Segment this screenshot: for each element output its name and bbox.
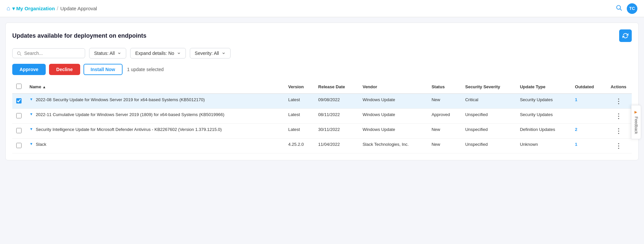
table-container: Name ▲ Version Release Date Vendor Statu… <box>12 80 632 153</box>
page-title: Updates available for deployment on endp… <box>12 32 146 39</box>
feedback-icon: ▲ <box>634 110 639 115</box>
expand-row-icon[interactable]: ▼ <box>29 97 33 101</box>
expand-row-icon[interactable]: ▼ <box>29 142 33 146</box>
col-release-date: Release Date <box>314 80 359 94</box>
row-name: ▼ Slack <box>26 139 284 153</box>
chevron-down-icon-expand <box>177 51 181 55</box>
expand-filter-label: Expand details: No <box>135 51 174 56</box>
search-icon-input <box>17 51 22 56</box>
search-icon[interactable] <box>616 4 622 13</box>
col-outdated: Outdated <box>571 80 605 94</box>
row-severity: Unspecified <box>461 124 516 139</box>
row-actions-dots[interactable]: ⋮ <box>613 127 624 135</box>
col-name: Name ▲ <box>26 80 284 94</box>
breadcrumb-page: Update Approval <box>60 6 97 11</box>
row-update-type: Definition Updates <box>516 124 571 139</box>
row-vendor: Windows Update <box>358 109 427 124</box>
row-outdated[interactable] <box>571 109 605 124</box>
row-checkbox-cell[interactable] <box>12 94 26 109</box>
row-checkbox[interactable] <box>16 143 22 148</box>
org-caret-icon: ▾ <box>12 6 15 12</box>
row-outdated[interactable]: 1 <box>571 94 605 109</box>
row-update-type: Unknown <box>516 139 571 153</box>
svg-line-1 <box>620 9 622 11</box>
row-checkbox[interactable] <box>16 98 22 103</box>
row-release-date: 30/11/2022 <box>314 124 359 139</box>
expand-row-icon[interactable]: ▼ <box>29 112 33 116</box>
search-input[interactable] <box>24 51 77 56</box>
row-checkbox[interactable] <box>16 128 22 133</box>
row-version: 4.25.2.0 <box>284 139 314 153</box>
row-release-date: 11/04/2022 <box>314 139 359 153</box>
row-vendor: Windows Update <box>358 124 427 139</box>
select-all-header[interactable] <box>12 80 26 94</box>
row-outdated[interactable]: 1 <box>571 139 605 153</box>
row-actions-dots[interactable]: ⋮ <box>613 97 624 105</box>
search-input-wrap <box>12 48 85 58</box>
row-severity: Unspecified <box>461 109 516 124</box>
severity-filter[interactable]: Severity: All <box>190 48 231 59</box>
chevron-down-icon-severity <box>222 51 226 55</box>
org-dropdown[interactable]: ▾ My Organization <box>12 6 55 12</box>
refresh-button[interactable] <box>619 29 632 42</box>
row-release-date: 09/08/2022 <box>314 94 359 109</box>
filters-row: Status: All Expand details: No Severity:… <box>12 48 632 59</box>
home-icon[interactable]: ⌂ <box>7 5 10 12</box>
row-status: New <box>428 94 461 109</box>
table-row: ▼ 2022-08 Security Update for Windows Se… <box>12 94 632 109</box>
expand-row-icon[interactable]: ▼ <box>29 127 33 131</box>
row-name: ▼ Security Intelligence Update for Micro… <box>26 124 284 139</box>
row-name: ▼ 2022-11 Cumulative Update for Windows … <box>26 109 284 124</box>
col-version: Version <box>284 80 314 94</box>
status-filter-label: Status: All <box>94 51 115 56</box>
row-status: Approved <box>428 109 461 124</box>
decline-button[interactable]: Decline <box>49 64 80 75</box>
select-all-checkbox[interactable] <box>16 84 22 89</box>
selected-count: 1 update selected <box>127 67 164 72</box>
nav-right: TC <box>616 3 637 14</box>
row-version: Latest <box>284 94 314 109</box>
sort-arrow: ▲ <box>42 85 46 89</box>
table-row: ▼ Slack 4.25.2.0 11/04/2022 Slack Techno… <box>12 139 632 153</box>
install-now-button[interactable]: Install Now <box>83 64 123 75</box>
row-outdated[interactable]: 2 <box>571 124 605 139</box>
col-status: Status <box>428 80 461 94</box>
row-checkbox[interactable] <box>16 113 22 118</box>
user-avatar[interactable]: TC <box>627 3 637 14</box>
nav-left: ⌂ ▾ My Organization / Update Approval <box>7 5 616 12</box>
row-checkbox-cell[interactable] <box>12 139 26 153</box>
row-actions-dots[interactable]: ⋮ <box>613 112 624 120</box>
main-content: Updates available for deployment on endp… <box>5 22 639 160</box>
topnav: ⌂ ▾ My Organization / Update Approval TC <box>0 0 644 17</box>
chevron-down-icon <box>117 51 121 55</box>
row-checkbox-cell[interactable] <box>12 124 26 139</box>
row-update-type: Security Updates <box>516 94 571 109</box>
row-version: Latest <box>284 124 314 139</box>
feedback-tab[interactable]: ▲ Feedback <box>631 105 641 139</box>
row-actions-cell: ⋮ <box>605 139 632 153</box>
row-update-type: Security Updates <box>516 109 571 124</box>
row-checkbox-cell[interactable] <box>12 109 26 124</box>
feedback-label: Feedback <box>634 117 639 134</box>
status-filter[interactable]: Status: All <box>89 48 126 59</box>
row-vendor: Slack Technologies, Inc. <box>358 139 427 153</box>
table-row: ▼ 2022-11 Cumulative Update for Windows … <box>12 109 632 124</box>
col-actions: Actions <box>605 80 632 94</box>
approve-button[interactable]: Approve <box>12 64 46 75</box>
row-actions-cell: ⋮ <box>605 124 632 139</box>
expand-filter[interactable]: Expand details: No <box>130 48 186 59</box>
row-severity: Critical <box>461 94 516 109</box>
row-status: New <box>428 124 461 139</box>
org-label: My Organization <box>16 6 55 11</box>
row-actions-dots[interactable]: ⋮ <box>613 142 624 150</box>
row-severity: Unspecified <box>461 139 516 153</box>
row-actions-cell: ⋮ <box>605 94 632 109</box>
row-release-date: 08/11/2022 <box>314 109 359 124</box>
actions-row: Approve Decline Install Now 1 update sel… <box>12 64 632 75</box>
row-status: New <box>428 139 461 153</box>
page-header: Updates available for deployment on endp… <box>12 29 632 42</box>
row-name: ▼ 2022-08 Security Update for Windows Se… <box>26 94 284 109</box>
row-version: Latest <box>284 109 314 124</box>
table-header-row: Name ▲ Version Release Date Vendor Statu… <box>12 80 632 94</box>
table-row: ▼ Security Intelligence Update for Micro… <box>12 124 632 139</box>
